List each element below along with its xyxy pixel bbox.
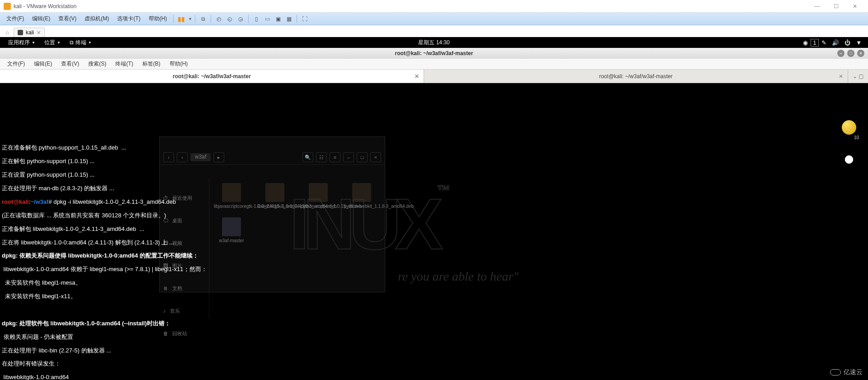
menu-file[interactable]: 文件(F) [3, 14, 28, 24]
accessibility-icon[interactable]: ✎ [819, 39, 829, 46]
menu-tabs[interactable]: 选项卡(T) [113, 14, 144, 24]
snapshot-revert-button[interactable]: ◵ [225, 14, 235, 24]
applications-menu[interactable]: 应用程序▼ [4, 39, 40, 47]
app-close-button[interactable]: × [857, 50, 864, 57]
clock[interactable]: 星期五 14:30 [418, 39, 449, 47]
menu-vm[interactable]: 虚拟机(M) [81, 14, 113, 24]
prompt-path: ~/w3af [30, 198, 48, 205]
vm-tab-icon [18, 30, 23, 35]
workspace-indicator[interactable]: 1 [811, 39, 819, 47]
view-single-button[interactable]: ▯ [251, 14, 261, 24]
close-button[interactable]: ✕ [845, 0, 864, 12]
vmware-tab-bar: ⌂ kali ✕ [0, 25, 868, 37]
maximize-button[interactable]: ☐ [826, 0, 845, 12]
menu-view[interactable]: 查看(V) [55, 14, 80, 24]
gnome-top-bar: 应用程序▼ 位置▼ ⧉终端▼ 星期五 14:30 ◉ 1 ✎ 🔊 ⏻ ▼ [0, 37, 868, 48]
guest-display: 应用程序▼ 位置▼ ⧉终端▼ 星期五 14:30 ◉ 1 ✎ 🔊 ⏻ ▼ roo… [0, 37, 868, 380]
close-tab-button[interactable]: ✕ [37, 30, 41, 36]
close-tab-button[interactable]: ✕ [415, 73, 419, 80]
term-menu-terminal[interactable]: 终端(T) [111, 60, 137, 68]
terminal-tab-1[interactable]: root@kali: ~/w3af/w3af-master ✕ [0, 70, 424, 83]
view-unity-button[interactable]: ▦ [284, 14, 294, 24]
term-menu-help[interactable]: 帮助(H) [165, 60, 193, 68]
separator [211, 15, 211, 23]
terminal-tab-bar: root@kali: ~/w3af/w3af-master ✕ root@kal… [0, 70, 868, 83]
system-menu-dropdown[interactable]: ▼ [853, 39, 864, 46]
minimize-button[interactable]: — [807, 0, 826, 12]
power-dropdown[interactable]: ▼ [188, 17, 192, 21]
prompt-user: root@kali [2, 198, 29, 205]
separator [195, 15, 195, 23]
pause-vm-button[interactable]: ▮▮ [176, 14, 186, 24]
terminal-output[interactable]: INUX™ re you are able to hear" ‹ › w3af … [0, 83, 868, 380]
enter-fullscreen-button[interactable]: ⛶ [300, 14, 310, 24]
vmware-menubar: 文件(F) 编辑(E) 查看(V) 虚拟机(M) 选项卡(T) 帮助(H) ▮▮… [0, 13, 868, 25]
menu-edit[interactable]: 编辑(E) [28, 14, 54, 24]
app-maximize-button[interactable]: □ [847, 50, 854, 57]
separator [248, 15, 249, 23]
desktop-coin-icon[interactable] [842, 120, 856, 135]
vmware-icon [4, 3, 11, 10]
term-menu-edit[interactable]: 编辑(E) [29, 60, 57, 68]
power-icon[interactable]: ⏻ [842, 39, 853, 46]
terminal-tab-label: root@kali: ~/w3af/w3af-master [173, 73, 251, 80]
term-menu-tabs[interactable]: 标签(B) [138, 60, 165, 68]
terminal-tab-label: root@kali: ~/w3af/w3af-master [599, 73, 673, 80]
send-cad-button[interactable]: ⧉ [198, 14, 208, 24]
app-title: root@kali: ~/w3af/w3af-master [395, 50, 473, 56]
separator [173, 15, 174, 23]
menu-help[interactable]: 帮助(H) [145, 14, 171, 24]
home-tab-button[interactable]: ⌂ [3, 28, 12, 37]
close-tab-button[interactable]: ✕ [839, 73, 843, 80]
app-minimize-button[interactable]: – [837, 50, 844, 57]
term-menu-view[interactable]: 查看(V) [57, 60, 84, 68]
term-menu-file[interactable]: 文件(F) [3, 60, 29, 68]
places-menu[interactable]: 位置▼ [40, 39, 65, 47]
snapshot-button[interactable]: ◴ [214, 14, 224, 24]
separator [297, 15, 297, 23]
terminal-launcher[interactable]: ⧉终端▼ [65, 39, 96, 47]
snapshot-manager-button[interactable]: ◶ [236, 14, 245, 24]
volume-icon[interactable]: 🔊 [829, 39, 842, 46]
command-text: dpkg -i libwebkitgtk-1.0-0_2.4.11-3_amd6… [53, 198, 176, 205]
view-multi-button[interactable]: ▭ [262, 14, 272, 24]
terminal-tab-2[interactable]: root@kali: ~/w3af/w3af-master ✕ [424, 70, 848, 83]
tab-overflow[interactable]: ⌄ ▢ [848, 70, 868, 83]
window-title: kali - VMware Workstation [14, 3, 807, 9]
vm-tab-kali[interactable]: kali ✕ [14, 28, 45, 37]
view-fullscreen-button[interactable]: ▣ [273, 14, 283, 24]
term-menu-search[interactable]: 搜索(S) [84, 60, 111, 68]
app-titlebar: root@kali: ~/w3af/w3af-master – □ × [0, 48, 868, 59]
app-menubar: 文件(F) 编辑(E) 查看(V) 搜索(S) 终端(T) 标签(B) 帮助(H… [0, 59, 868, 70]
recorder-icon[interactable]: ◉ [800, 39, 811, 46]
vmware-titlebar: kali - VMware Workstation — ☐ ✕ [0, 0, 868, 13]
vm-tab-label: kali [26, 29, 34, 36]
